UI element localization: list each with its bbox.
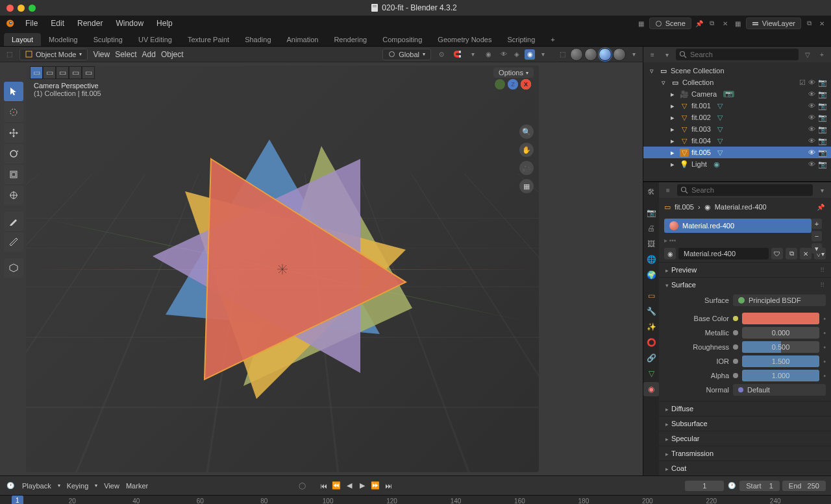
outliner-item-fit005[interactable]: ▸ ▽ fit.005 ▽ 👁📷 xyxy=(643,147,831,158)
pivot-icon[interactable]: ⊙ xyxy=(436,49,447,60)
tool-scale[interactable] xyxy=(4,165,23,184)
perspective-toggle-icon[interactable]: ▦ xyxy=(519,179,534,193)
viewport-menu-select[interactable]: Select xyxy=(115,50,136,59)
prop-tab-output[interactable]: 🖨 xyxy=(643,221,659,235)
shading-solid[interactable] xyxy=(584,48,597,61)
select-extend-mode[interactable]: ▭ xyxy=(43,66,56,79)
panel-specular[interactable]: Specular xyxy=(659,431,831,446)
metallic-socket-icon[interactable] xyxy=(733,330,738,335)
tool-transform[interactable] xyxy=(4,186,23,205)
workspace-tab-shading[interactable]: Shading xyxy=(237,33,279,46)
end-frame-field[interactable]: End 250 xyxy=(782,481,826,491)
outliner-editor-icon[interactable]: ≡ xyxy=(647,49,658,60)
zoom-icon[interactable]: 🔍 xyxy=(519,125,534,139)
prop-tab-modifiers[interactable]: 🔧 xyxy=(643,304,659,318)
panel-subsurface[interactable]: Subsurface xyxy=(659,416,831,431)
material-unlink-icon[interactable]: ✕ xyxy=(800,248,812,259)
panel-coat[interactable]: Coat xyxy=(659,461,831,475)
normal-field[interactable]: Default xyxy=(733,384,826,396)
orbit-gizmo[interactable]: Z Y X xyxy=(493,79,532,118)
tool-cursor[interactable] xyxy=(4,102,23,122)
select-subtract-mode[interactable]: ▭ xyxy=(56,66,69,79)
workspace-tab-scripting[interactable]: Scripting xyxy=(499,33,543,46)
material-copy-icon[interactable]: ⧉ xyxy=(786,248,797,259)
camera-view-icon[interactable]: 🎥 xyxy=(519,161,534,175)
timeline-menu-marker[interactable]: Marker xyxy=(126,482,148,490)
orientation-selector[interactable]: Global ▾ xyxy=(382,49,431,60)
prop-tab-world[interactable]: 🌍 xyxy=(643,268,659,282)
workspace-tab-animation[interactable]: Animation xyxy=(279,33,327,46)
props-editor-icon[interactable]: ≡ xyxy=(663,185,673,195)
play-icon[interactable]: ▶ xyxy=(356,481,368,491)
workspace-tab-geometry-nodes[interactable]: Geometry Nodes xyxy=(430,33,499,46)
xray-icon[interactable]: ▾ xyxy=(538,49,548,60)
props-options-icon[interactable]: ▾ xyxy=(817,185,827,195)
pin-icon[interactable]: 📌 xyxy=(815,202,826,212)
jump-next-key-icon[interactable]: ⏩ xyxy=(369,481,381,491)
panel-surface[interactable]: Surface ⠿ xyxy=(659,278,831,292)
select-invert-mode[interactable]: ▭ xyxy=(82,66,95,79)
scene-name-field[interactable]: Scene xyxy=(649,18,691,29)
snap-mode-icon[interactable]: ▾ xyxy=(467,49,478,60)
timeline-menu-keying[interactable]: Keying xyxy=(67,482,89,490)
ior-socket-icon[interactable] xyxy=(733,359,738,364)
playhead[interactable]: 1 xyxy=(12,496,23,504)
shading-options-icon[interactable]: ▾ xyxy=(628,49,639,60)
surface-shader-field[interactable]: Principled BSDF xyxy=(733,294,826,306)
material-slot[interactable]: Material.red-400 xyxy=(664,219,812,233)
tool-annotate[interactable] xyxy=(4,211,23,231)
workspace-tab-texture-paint[interactable]: Texture Paint xyxy=(180,33,237,46)
outliner-search-input[interactable] xyxy=(676,49,799,60)
workspace-tab-sculpting[interactable]: Sculpting xyxy=(86,33,130,46)
prop-tab-render[interactable]: 📷 xyxy=(643,206,659,220)
roughness-socket-icon[interactable] xyxy=(733,344,738,350)
material-slot-remove[interactable]: − xyxy=(812,231,822,241)
play-reverse-icon[interactable]: ◀ xyxy=(343,481,355,491)
proportional-edit-icon[interactable]: ◉ xyxy=(483,49,493,60)
workspace-add-button[interactable]: + xyxy=(543,33,562,46)
base-color-field[interactable] xyxy=(742,313,819,324)
timeline-menu-playback[interactable]: Playback xyxy=(22,482,51,490)
minimize-window-button[interactable] xyxy=(18,5,25,12)
preview-range-icon[interactable]: 🕐 xyxy=(726,481,737,491)
delete-viewlayer-icon[interactable]: ✕ xyxy=(817,18,827,29)
tool-measure[interactable] xyxy=(4,232,23,252)
material-browse-icon[interactable]: ◉ xyxy=(664,248,676,259)
visibility-icon[interactable]: 👁 xyxy=(499,49,509,60)
prop-tab-physics[interactable]: ⭕ xyxy=(643,335,659,350)
shading-material[interactable] xyxy=(599,48,612,61)
tool-select[interactable] xyxy=(4,82,23,101)
pan-icon[interactable]: ✋ xyxy=(519,143,534,157)
outliner-item-fit004[interactable]: ▸ ▽ fit.004 ▽ 👁📷 xyxy=(643,135,831,147)
current-frame-field[interactable]: 1 xyxy=(685,481,724,491)
menu-file[interactable]: File xyxy=(19,17,43,30)
outliner-item-fit002[interactable]: ▸ ▽ fit.002 ▽ 👁📷 xyxy=(643,112,831,123)
outliner-item-fit001[interactable]: ▸ ▽ fit.001 ▽ 👁📷 xyxy=(643,100,831,112)
editor-type-icon[interactable]: ⬚ xyxy=(4,49,14,60)
autokey-icon[interactable]: ◯ xyxy=(297,481,307,491)
viewport-menu-object[interactable]: Object xyxy=(161,50,184,59)
metallic-field[interactable]: 0.000 xyxy=(742,327,819,339)
properties-search-input[interactable] xyxy=(677,184,813,196)
ior-field[interactable]: 1.500 xyxy=(742,355,819,367)
viewport-menu-add[interactable]: Add xyxy=(142,50,156,59)
alpha-socket-icon[interactable] xyxy=(733,373,738,378)
menu-window[interactable]: Window xyxy=(110,17,149,30)
menu-edit[interactable]: Edit xyxy=(45,17,70,30)
workspace-tab-rendering[interactable]: Rendering xyxy=(326,33,375,46)
outliner-scene-collection[interactable]: ▿ ▭ Scene Collection xyxy=(643,65,831,77)
base-color-socket-icon[interactable] xyxy=(733,316,738,321)
anim-dot-icon[interactable]: • xyxy=(823,315,826,322)
workspace-tab-layout[interactable]: Layout xyxy=(4,33,41,46)
panel-transmission[interactable]: Transmission xyxy=(659,446,831,461)
prop-tab-scene[interactable]: 🌐 xyxy=(643,252,659,267)
material-name-field[interactable]: Material.red-400 xyxy=(678,248,769,259)
delete-scene-icon[interactable]: ✕ xyxy=(720,18,730,29)
material-slot-add[interactable]: + xyxy=(812,219,822,229)
prop-tab-viewlayer[interactable]: 🖼 xyxy=(643,237,659,251)
viewlayer-name-field[interactable]: ViewLayer xyxy=(746,18,801,29)
shading-rendered[interactable] xyxy=(613,48,626,61)
timeline-menu-view[interactable]: View xyxy=(104,482,119,490)
outliner-new-collection-icon[interactable]: + xyxy=(817,49,827,60)
outliner-filter-icon[interactable]: ▽ xyxy=(802,49,813,60)
